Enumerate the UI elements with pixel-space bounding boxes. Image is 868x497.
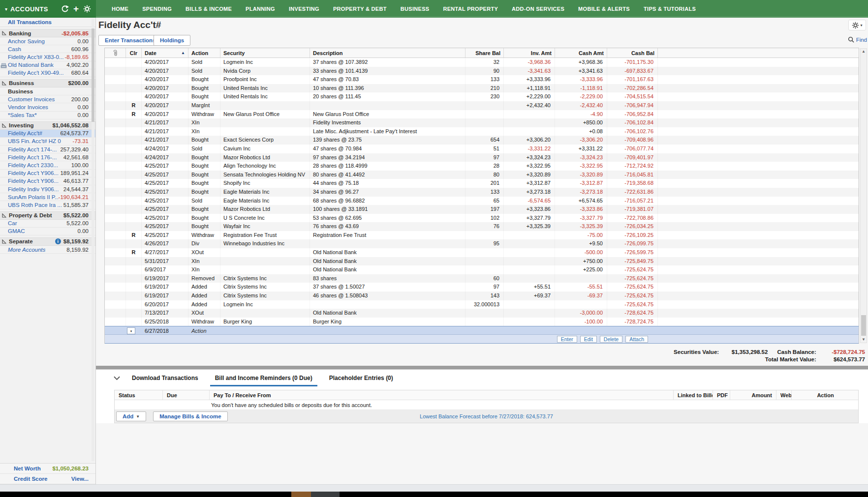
register-row[interactable]: 4/25/2017BoughtMazor Robotics Ltd100 sha… <box>105 205 859 214</box>
nav-item-business[interactable]: BUSINESS <box>401 6 430 12</box>
find-button[interactable]: Find <box>848 36 868 43</box>
register-row[interactable]: 6/9/2017XInOld National Bank+225.00-725,… <box>105 265 859 274</box>
nav-item-tips-tutorials[interactable]: TIPS & TUTORIALS <box>644 6 696 12</box>
register-row[interactable]: 6/19/2017AddedCitrix Systems Inc37 share… <box>105 283 859 292</box>
bills-column-header-web[interactable]: Web <box>776 390 792 400</box>
nav-item-mobile-alerts[interactable]: MOBILE & ALERTS <box>578 6 630 12</box>
nav-item-bills-income[interactable]: BILLS & INCOME <box>186 6 232 12</box>
net-worth-row[interactable]: Net Worth $1,050,268.23 <box>0 464 95 474</box>
lowest-balance-forecast-link[interactable]: Lowest Balance Forecast before 7/27/2018… <box>420 413 553 419</box>
column-header-clr[interactable]: Clr <box>126 48 142 58</box>
attachment-column-header[interactable] <box>105 48 126 58</box>
nav-item-rental-property[interactable]: RENTAL PROPERTY <box>443 6 498 12</box>
register-row[interactable]: 4/25/2017BoughtSensata Technologies Hold… <box>105 171 859 179</box>
sidebar-section-investing[interactable]: Investing$1,046,552.08 <box>0 121 95 130</box>
nav-item-planning[interactable]: PLANNING <box>246 6 275 12</box>
edit-button[interactable]: Edit <box>580 336 597 343</box>
sidebar-item-all-transactions[interactable]: All Transactions <box>0 18 95 27</box>
sidebar-account-item[interactable]: Fidelity Acc't#624,573.77 <box>0 130 95 138</box>
refresh-icon[interactable] <box>61 5 69 13</box>
sidebar-account-item[interactable]: Fidelity Acc't# X83-0...-8,189.65 <box>0 53 95 61</box>
register-row[interactable]: 4/24/2017SoldCavium Inc47 shares @ 70.98… <box>105 145 859 153</box>
tab-download-transactions[interactable]: Download Transactions <box>127 370 203 386</box>
sidebar-section-banking[interactable]: Banking-$2,005.85 <box>0 29 95 37</box>
nav-item-spending[interactable]: SPENDING <box>142 6 172 12</box>
sidebar-account-item[interactable]: Anchor Saving0.00 <box>0 37 95 45</box>
register-row[interactable]: 4/20/2017BoughtProofpoint Inc47 shares @… <box>105 75 859 84</box>
sidebar-account-item[interactable]: Fidelity Acc't 174-...257,329.40 <box>0 146 95 153</box>
entry-action-placeholder[interactable]: Action <box>188 326 220 334</box>
sidebar-account-item[interactable]: Fidelity Acc't X90-49...680.64 <box>0 69 95 77</box>
nav-item-property-debt[interactable]: PROPERTY & DEBT <box>333 6 387 12</box>
sidebar-account-item[interactable]: Old National Bank4,902.20 <box>0 61 95 69</box>
register-row[interactable]: 4/21/2017BoughtExact Sciences Corp139 sh… <box>105 136 859 145</box>
register-row[interactable]: 4/20/2017BoughtUnited Rentals Inc10 shar… <box>105 84 859 93</box>
scroll-up-icon[interactable]: ▲ <box>861 49 867 55</box>
column-header-security[interactable]: Security <box>220 48 310 58</box>
bills-column-header-action[interactable]: Action <box>792 390 859 400</box>
sidebar-account-item[interactable]: Fidelity Acc't Y906...189,951.24 <box>0 170 95 177</box>
column-header-inv-amt[interactable]: Inv. Amt <box>504 48 555 58</box>
sidebar-account-item[interactable]: Car5,522.00 <box>0 220 95 228</box>
register-row[interactable]: R4/20/2017WithdrawNew Glarus Post Office… <box>105 110 859 119</box>
register-settings-button[interactable]: ▾ <box>848 20 866 30</box>
bills-column-header-due[interactable]: Due <box>163 390 210 400</box>
column-header-action[interactable]: Action <box>188 48 220 58</box>
accounts-settings-gear-icon[interactable] <box>83 5 91 13</box>
nav-item-home[interactable]: HOME <box>112 6 128 12</box>
register-row[interactable]: 4/21/2017XInLate Misc. Adjkustment - Lat… <box>105 127 859 136</box>
sidebar-account-item[interactable]: Customer Invoices200.00 <box>0 95 95 103</box>
info-icon[interactable]: i <box>55 238 61 244</box>
bills-column-header-amount[interactable]: Amount <box>730 390 776 400</box>
panel-divider[interactable] <box>96 366 868 369</box>
register-row[interactable]: 6/25/2018WithdrawBurger KingBurger King-… <box>105 318 859 326</box>
credit-score-view-link[interactable]: View... <box>71 476 89 482</box>
scroll-down-icon[interactable]: ▼ <box>861 337 867 343</box>
column-header-date[interactable]: Date▲ <box>142 48 188 58</box>
bills-column-header-pay-to-receive-from[interactable]: Pay To / Receive From <box>210 390 674 400</box>
holdings-button[interactable]: Holdings <box>154 35 190 46</box>
column-header-share-bal[interactable]: Share Bal <box>465 48 504 58</box>
enter-transactions-button[interactable]: Enter Transactions <box>98 35 162 46</box>
register-row[interactable]: R4/20/2017MargInt+2,432.40-2,432.40-706,… <box>105 101 859 110</box>
register-row[interactable]: 7/13/2017XOutOld National Bank-3,000.00-… <box>105 309 859 318</box>
tab-bill-and-income-reminders-0-due-[interactable]: Bill and Income Reminders (0 Due) <box>210 370 317 386</box>
sidebar-account-item[interactable]: More Accounts8,159.92 <box>0 246 95 254</box>
new-transaction-row[interactable]: ▾ 6/27/2018 Action <box>105 326 859 335</box>
register-row[interactable]: R4/25/2017WithdrawRegistration Fee Trust… <box>105 231 859 240</box>
register-row[interactable]: 4/25/2017BoughtAlign Techonology Inc28 s… <box>105 162 859 171</box>
add-account-icon[interactable]: + <box>73 4 79 13</box>
register-row[interactable]: 4/20/2017SoldLogmein Inc37 shares @ 107.… <box>105 58 859 67</box>
tab-placeholder-entries-0-[interactable]: Placeholder Entries (0) <box>324 370 398 386</box>
enter-button[interactable]: Enter <box>557 336 577 343</box>
sidebar-scrollbar-thumb[interactable] <box>92 29 94 122</box>
collapse-panel-chevron-icon[interactable] <box>114 376 120 380</box>
delete-button[interactable]: Delete <box>600 336 622 343</box>
nav-item-investing[interactable]: INVESTING <box>289 6 319 12</box>
register-row[interactable]: 5/31/2017XInOld National Bank+750.00-725… <box>105 257 859 266</box>
register-scrollbar[interactable]: ▲ ▼ <box>860 48 867 343</box>
manage-bills-income-button[interactable]: Manage Bills & Income <box>153 411 227 421</box>
sidebar-account-item[interactable]: Fidelity Acc't Y906...46,613.77 <box>0 177 95 185</box>
sidebar-account-item[interactable]: UBS Roth Pace Ira ...51,585.37 <box>0 201 95 209</box>
entry-dropdown-button[interactable]: ▾ <box>127 327 135 334</box>
sidebar-scrollbar[interactable] <box>92 19 94 461</box>
taskbar-item[interactable] <box>291 492 311 497</box>
add-reminder-button[interactable]: Add ▼ <box>116 411 146 421</box>
entry-date[interactable]: 6/27/2018 <box>142 326 188 334</box>
bills-column-header-pdf[interactable]: PDF <box>713 390 730 400</box>
register-row[interactable]: 4/25/2017BoughtWayfair Inc76 shares @ 43… <box>105 222 859 231</box>
sidebar-section-business[interactable]: Business$200.00 <box>0 79 95 88</box>
sidebar-account-item[interactable]: Fidelity Acc't 176-...42,561.68 <box>0 153 95 161</box>
register-row[interactable]: 4/26/2017DivWinnebago Industries Inc95+9… <box>105 239 859 248</box>
register-row[interactable]: 4/24/2017BoughtMazor Robotics Ltd97 shar… <box>105 153 859 162</box>
register-scrollbar-thumb[interactable] <box>861 315 866 336</box>
register-row[interactable]: 4/25/2017BoughtEagle Materials Inc34 sha… <box>105 188 859 197</box>
register-row[interactable]: 6/19/2017RemovedCitrix Systems Inc83 sha… <box>105 274 859 283</box>
register-row[interactable]: 4/20/2017SoldNvida Corp33 shares @ 101.4… <box>105 67 859 76</box>
register-row[interactable]: 4/21/2017XInFidelity Investments+850.00-… <box>105 118 859 127</box>
register-row[interactable]: 6/20/2017AddedLogmein Inc32.000013-725,6… <box>105 300 859 309</box>
column-header-cash-amt[interactable]: Cash Amt <box>555 48 607 58</box>
sidebar-section-property-debt[interactable]: Property & Debt$5,522.00 <box>0 211 95 220</box>
register-row[interactable]: 4/20/2017BoughtUnited Rentals Inc20 shar… <box>105 92 859 101</box>
